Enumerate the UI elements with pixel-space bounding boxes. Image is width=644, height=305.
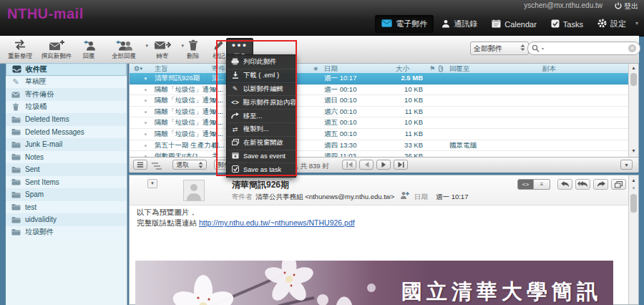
search-clear-icon[interactable]: ✕	[628, 44, 636, 52]
message-count: 0, 共 839 封	[293, 162, 329, 171]
mail-icon	[381, 19, 392, 29]
view-mode-toggle[interactable]: <> ≡	[517, 179, 550, 190]
scrollbar-thumb[interactable]	[630, 194, 637, 213]
folder-icon	[11, 166, 21, 173]
compose-button[interactable]: 撰寫新郵件	[36, 38, 77, 60]
folder-drafts[interactable]: ✎草稿匣	[6, 76, 127, 89]
folder-trash[interactable]: 垃圾桶	[6, 101, 127, 114]
reply-button[interactable]: 回覆	[73, 38, 104, 60]
open-new-window-button[interactable]	[611, 179, 626, 190]
tab-calendar[interactable]: Calendar	[485, 16, 543, 33]
select-dropdown-button[interactable]: 選取	[172, 160, 207, 170]
tab-contacts[interactable]: 通訊錄	[435, 15, 484, 33]
newsletter-banner-image: 國立清華大學簡訊 第 926 期 民國 104 年 12 月 28 日出刊 秘書	[135, 261, 613, 305]
column-date[interactable]: 日期	[324, 64, 338, 73]
folder-test[interactable]: test	[6, 201, 127, 214]
folder-junk-email[interactable]: Junk E-mail	[6, 138, 127, 151]
add-contact-icon[interactable]	[400, 191, 409, 201]
search-box[interactable]: ▾ ✕	[527, 42, 640, 55]
column-size[interactable]: 大小	[396, 64, 409, 73]
menu-item-save-as-event[interactable]: Save as event	[227, 150, 296, 163]
menu-item-save-as-task[interactable]: Save as task	[227, 163, 296, 176]
message-row[interactable]: 隔離「垃圾信」通知...M...週五 00:1010 KB	[130, 117, 628, 129]
scroll-up-icon[interactable]: ▲	[629, 178, 638, 183]
edit-icon: ✎	[230, 85, 240, 92]
menu-item-open-new-window[interactable]: 在新視窗開啟	[227, 136, 296, 150]
list-options-gear-icon[interactable]: ⚙ ▾	[134, 64, 140, 73]
scroll-menu-caret-icon[interactable]: ▼	[629, 186, 638, 190]
list-scrollbar[interactable]: ▲ ▼	[628, 64, 638, 157]
thread-mode-icon[interactable]	[151, 160, 162, 173]
scrollbar-thumb[interactable]	[630, 73, 637, 86]
menu-item-edit-as-new[interactable]: ✎以新郵件編輯	[227, 82, 296, 96]
menu-item-move-to[interactable]: 移至...	[227, 109, 296, 122]
folder-sent[interactable]: Sent	[6, 163, 127, 176]
replyto-cell: 國眾電腦	[449, 140, 477, 150]
column-subject[interactable]: 主旨	[155, 64, 168, 73]
list-header: ⚙ ▾ 主旨 寄件者 ★ 日期 大小 ⚑ 回覆至 副本	[130, 64, 628, 74]
folder-sent-copy[interactable]: 寄件備份	[6, 88, 127, 101]
message-row-selected[interactable]: 清華簡訊926期清...週一 10:172.5 MB	[130, 73, 628, 84]
folder-notes[interactable]: Notes	[6, 151, 127, 164]
list-mode-button[interactable]	[133, 160, 147, 170]
tab-settings[interactable]: 設定	[591, 15, 633, 33]
filter-value: 全部郵件	[474, 44, 502, 54]
column-replyto[interactable]: 回覆至	[449, 64, 470, 73]
message-row[interactable]: 隔離「垃圾信」通知...M...週一 00:1010 KB	[130, 84, 628, 96]
size-cell: 10 KB	[404, 117, 423, 127]
sender-cell: 國...	[212, 140, 224, 150]
newsletter-link[interactable]: http://my.nthu.edu.tw/~nthunews/NTHU926.…	[199, 218, 355, 227]
tab-tasks[interactable]: Tasks	[545, 16, 590, 33]
message-row[interactable]: 隔離「垃圾信」通知...M...週日 00:1010 KB	[130, 95, 628, 107]
preview-scrollbar[interactable]: ▲ ▼	[628, 175, 638, 304]
headers-toggle-caret-icon[interactable]: ▼	[147, 179, 157, 188]
reply-all-quick-button[interactable]	[575, 179, 590, 190]
search-scope-caret-icon[interactable]: ▾	[542, 46, 544, 51]
folder-deleted-messages[interactable]: Deleted Messages	[6, 126, 127, 139]
search-input[interactable]	[546, 44, 626, 53]
star-icon[interactable]: ★	[313, 64, 319, 73]
reply-all-button[interactable]: 全部回覆 ▾	[104, 38, 143, 60]
refresh-icon	[4, 38, 36, 52]
flag-icon[interactable]: ⚑	[429, 64, 436, 73]
menu-item-copy-to[interactable]: ⇄複製到...	[227, 122, 296, 136]
folder-junk-mail[interactable]: 垃圾郵件	[6, 226, 127, 239]
forward-button[interactable]: 轉寄 ▾	[146, 38, 179, 60]
last-page-button[interactable]	[394, 160, 408, 170]
message-rows: 清華簡訊926期清...週一 10:172.5 MB 隔離「垃圾信」通知...M…	[130, 73, 628, 163]
tab-settings-label: 設定	[610, 19, 626, 29]
unread-dot-icon	[145, 100, 147, 102]
sender-label: 寄件者	[232, 193, 253, 202]
folder-deleted-items[interactable]: Deleted Items	[6, 113, 127, 126]
scroll-down-icon[interactable]: ▼	[629, 148, 638, 153]
taskbar-collapse-caret-icon[interactable]: ▾	[634, 20, 641, 28]
reply-label: 回覆	[83, 52, 95, 59]
date-cell: 週五 00:10	[324, 129, 356, 139]
tab-mail[interactable]: 電子郵件	[375, 15, 434, 33]
size-cell: 11 KB	[405, 129, 423, 139]
message-row[interactable]: 第五十一期 生產力4...國...週四 13:3033 KB國眾電腦	[130, 140, 628, 152]
unread-dot-icon	[145, 133, 147, 135]
folder-uidvalidity[interactable]: uidvalidity	[6, 213, 127, 226]
next-page-button[interactable]	[376, 160, 391, 170]
column-cc[interactable]: 副本	[542, 64, 556, 73]
message-row[interactable]: 隔離「垃圾信」通知...M...週六 00:1011 KB	[130, 107, 628, 118]
menu-item-print[interactable]: 列印此郵件	[227, 56, 296, 69]
folder-spam[interactable]: Spam	[6, 188, 127, 201]
refresh-button[interactable]: 重新整理	[4, 38, 36, 60]
first-page-button[interactable]	[342, 160, 356, 170]
menu-item-view-source[interactable]: <>顯示郵件原始內容	[227, 95, 296, 109]
menu-item-download[interactable]: 下載 ( .eml )	[227, 69, 296, 82]
html-view-icon[interactable]: <>	[517, 179, 534, 190]
scroll-up-icon[interactable]: ▲	[629, 65, 638, 70]
forward-quick-button[interactable]	[593, 179, 608, 190]
mail-filter-select[interactable]: 全部郵件	[470, 42, 529, 55]
prev-page-button[interactable]	[359, 160, 374, 170]
collapse-preview-icon[interactable]: ▼	[620, 160, 633, 170]
folder-inbox[interactable]: 收件匣	[6, 63, 127, 76]
text-view-icon[interactable]: ≡	[534, 179, 550, 190]
logout-button[interactable]: 登出	[615, 1, 638, 11]
message-row[interactable]: 隔離「垃圾信」通知...M...週五 00:1011 KB	[130, 129, 628, 140]
folder-sent-items[interactable]: Sent Items	[6, 176, 127, 189]
reply-quick-button[interactable]	[557, 179, 572, 190]
